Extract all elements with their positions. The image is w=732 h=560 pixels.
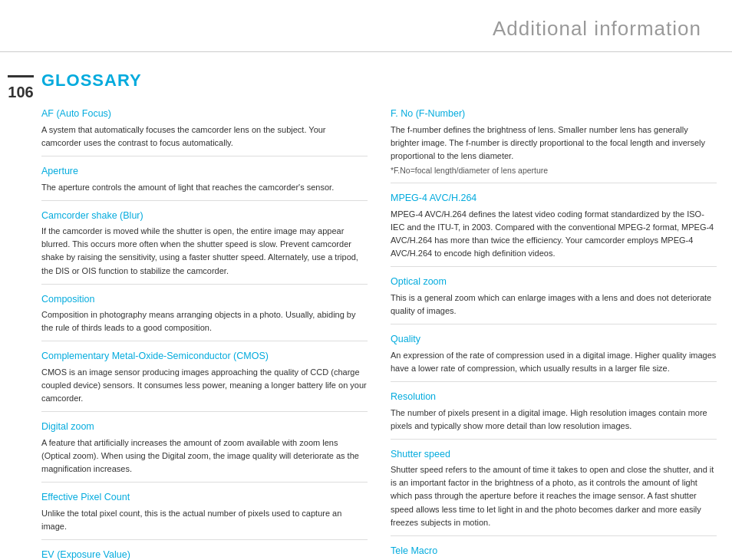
glossary-term-left-1: Aperture xyxy=(41,164,368,179)
glossary-term-right-0: F. No (F-Number) xyxy=(391,107,717,121)
glossary-term-left-0: AF (Auto Focus) xyxy=(41,107,368,121)
glossary-desc-left-0: A system that automatically focuses the … xyxy=(41,124,368,156)
glossary-term-left-3: Composition xyxy=(41,292,368,307)
glossary-term-right-1: MPEG-4 AVC/H.264 xyxy=(391,191,717,206)
glossary-term-right-6: Tele Macro xyxy=(391,544,717,558)
right-column: F. No (F-Number)The f-number defines the… xyxy=(391,107,717,560)
glossary-term-left-2: Camcorder shake (Blur) xyxy=(41,209,368,223)
glossary-desc-left-4: CMOS is an image sensor producing images… xyxy=(41,366,368,412)
glossary-desc-left-1: The aperture controls the amount of ligh… xyxy=(41,181,368,201)
glossary-term-left-6: Effective Pixel Count xyxy=(41,490,368,505)
glossary-desc-left-5: A feature that artificially increases th… xyxy=(41,436,368,483)
glossary-desc-right-4: The number of pixels present in a digita… xyxy=(391,407,717,440)
glossary-term-right-4: Resolution xyxy=(391,390,717,404)
glossary-desc-right-1: MPEG-4 AVC/H.264 defines the latest vide… xyxy=(391,208,717,267)
page-title: Additional information xyxy=(493,17,701,40)
page-header: Additional information xyxy=(0,0,732,52)
glossary-term-right-5: Shutter speed xyxy=(391,447,717,462)
glossary-title: GLOSSARY xyxy=(41,68,717,93)
glossary-term-right-3: Quality xyxy=(391,332,717,347)
content-area: GLOSSARY AF (Auto Focus)A system that au… xyxy=(41,52,732,560)
page-number: 106 xyxy=(8,75,34,104)
page-body: 106 GLOSSARY AF (Auto Focus)A system tha… xyxy=(0,52,732,560)
two-column-layout: AF (Auto Focus)A system that automatical… xyxy=(41,107,717,560)
left-column: AF (Auto Focus)A system that automatical… xyxy=(41,107,368,560)
glossary-desc-right-3: An expression of the rate of compression… xyxy=(391,349,717,382)
page-number-col: 106 xyxy=(0,52,41,560)
glossary-term-left-5: Digital zoom xyxy=(41,420,368,434)
glossary-desc-left-2: If the camcorder is moved while the shut… xyxy=(41,225,368,284)
glossary-term-left-4: Complementary Metal-Oxide-Semiconductor … xyxy=(41,349,368,364)
glossary-term-right-2: Optical zoom xyxy=(391,275,717,289)
glossary-note-right-0: *F.No=focal length/diameter of lens aper… xyxy=(391,164,717,176)
glossary-desc-left-6: Unlike the total pixel count, this is th… xyxy=(41,507,368,540)
glossary-desc-right-2: This is a general zoom which can enlarge… xyxy=(391,292,717,324)
glossary-desc-right-0: The f-number defines the brightness of l… xyxy=(391,124,717,183)
glossary-desc-right-5: Shutter speed refers to the amount of ti… xyxy=(391,463,717,535)
glossary-term-left-7: EV (Exposure Value) xyxy=(41,548,368,560)
glossary-desc-left-3: Composition in photography means arrangi… xyxy=(41,308,368,341)
